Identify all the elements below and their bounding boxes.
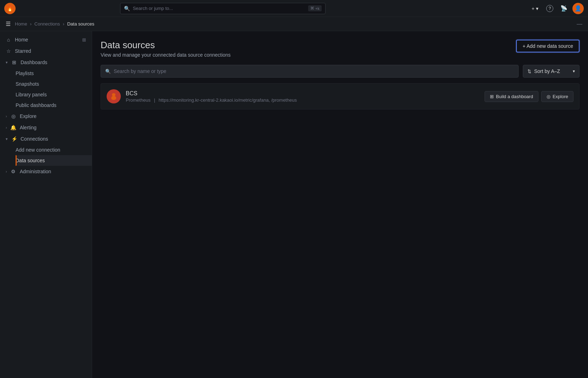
menu-toggle-icon[interactable]: ☰ (6, 21, 11, 27)
dock-icon: ⊞ (82, 37, 86, 43)
sidebar-playlists-label: Playlists (16, 70, 86, 76)
explore-label: Explore (553, 94, 568, 99)
sidebar-home-label: Home (15, 37, 79, 43)
datasource-info: BCS Prometheus | https://monitoring.kr-c… (126, 90, 480, 103)
sidebar-item-public-dashboards[interactable]: Public dashboards (16, 100, 92, 111)
new-button-chevron: ▾ (536, 6, 538, 11)
dashboards-chevron: ▾ (6, 60, 8, 65)
dashboard-icon: ⊞ (490, 94, 494, 99)
alerting-chevron: › (6, 125, 7, 130)
new-button-icon: + (532, 6, 535, 11)
main-content: Data sources View and manage your connec… (92, 31, 588, 378)
sidebar-item-explore[interactable]: › ◎ Explore (0, 111, 92, 122)
dashboards-submenu: Playlists Snapshots Library panels Publi… (0, 68, 92, 111)
sort-icon: ⇅ (527, 69, 531, 74)
topbar-right: + ▾ ? 📡 👤 (529, 3, 584, 14)
search-input[interactable] (114, 68, 514, 74)
dashboards-icon: ⊞ (11, 60, 17, 65)
search-placeholder-text: Search or jump to... (133, 6, 305, 11)
sidebar-item-data-sources[interactable]: Data sources (16, 155, 92, 166)
sidebar-administration-label: Administration (20, 169, 86, 174)
datasource-type: Prometheus (126, 97, 151, 103)
breadcrumb-collapse-icon[interactable]: — (577, 21, 582, 27)
connections-submenu: Add new connection Data sources (0, 145, 92, 166)
sort-dropdown[interactable]: ⇅ Sort by A–Z ▾ (523, 65, 579, 78)
sidebar-alerting-label: Alerting (20, 125, 86, 130)
sidebar-item-dashboards[interactable]: ▾ ⊞ Dashboards (0, 57, 92, 68)
home-icon: ⌂ (6, 37, 11, 43)
sort-chevron: ▾ (573, 69, 575, 74)
star-icon: ☆ (6, 48, 11, 54)
search-box-icon: 🔍 (105, 69, 111, 74)
explore-chevron: › (6, 114, 7, 118)
new-button[interactable]: + ▾ (529, 4, 541, 13)
administration-icon: ⚙ (11, 169, 16, 174)
breadcrumb-current: Data sources (67, 21, 95, 27)
sidebar-dashboards-label: Dashboards (21, 60, 86, 65)
alerting-icon: 🔔 (11, 125, 16, 130)
explore-icon: ◎ (11, 113, 16, 119)
sidebar-item-add-new-connection[interactable]: Add new connection (16, 145, 92, 155)
breadcrumb-home[interactable]: Home (15, 21, 27, 27)
sidebar-item-playlists[interactable]: Playlists (16, 68, 92, 79)
pipe-separator: | (154, 97, 157, 103)
sidebar-item-administration[interactable]: › ⚙ Administration (0, 166, 92, 177)
topbar-search[interactable]: 🔍 Search or jump to... ⌘ +k (120, 3, 326, 14)
explore-btn-icon: ◎ (547, 94, 550, 99)
svg-text:🔥: 🔥 (7, 5, 13, 11)
avatar[interactable]: 👤 (572, 3, 584, 14)
page-subtitle: View and manage your connected data sour… (101, 52, 231, 58)
help-icon: ? (546, 5, 553, 12)
sidebar-item-alerting[interactable]: › 🔔 Alerting (0, 122, 92, 133)
search-icon: 🔍 (124, 6, 130, 11)
page-title-section: Data sources View and manage your connec… (101, 40, 231, 58)
datasource-path: /prometheus (271, 97, 297, 103)
sidebar-connections-label: Connections (21, 136, 86, 142)
main-layout: ⌂ Home ⊞ ☆ Starred ▾ ⊞ Dashboards Playli… (0, 31, 588, 378)
search-shortcut-key: +k (315, 6, 320, 11)
breadcrumb-connections[interactable]: Connections (34, 21, 60, 27)
sidebar-item-connections[interactable]: ▾ ⚡ Connections (0, 133, 92, 145)
breadcrumb-sep-1: › (30, 21, 32, 27)
administration-chevron: › (6, 169, 7, 174)
news-button[interactable]: 📡 (558, 3, 570, 14)
datasource-name: BCS (126, 90, 480, 97)
page-header: Data sources View and manage your connec… (101, 40, 579, 58)
connections-chevron: ▾ (6, 137, 8, 141)
news-icon: 📡 (560, 5, 567, 12)
sidebar-starred-label: Starred (15, 48, 86, 54)
datasource-url: https://monitoring.kr-central-2.kakaoi.i… (159, 97, 270, 103)
sidebar-library-panels-label: Library panels (16, 92, 86, 97)
sidebar-add-connection-label: Add new connection (16, 147, 86, 153)
sidebar-item-starred[interactable]: ☆ Starred (0, 45, 92, 57)
avatar-text: 👤 (575, 5, 582, 12)
search-shortcut-icon: ⌘ (310, 6, 314, 11)
sidebar-snapshots-label: Snapshots (16, 81, 86, 87)
datasource-icon (107, 89, 121, 103)
build-dashboard-label: Build a dashboard (496, 94, 533, 99)
build-dashboard-button[interactable]: ⊞ Build a dashboard (485, 91, 538, 102)
sidebar-explore-label: Explore (20, 113, 86, 119)
sidebar-item-home[interactable]: ⌂ Home ⊞ (0, 34, 92, 45)
datasource-meta: Prometheus | https://monitoring.kr-centr… (126, 97, 480, 103)
breadcrumb-sep-2: › (63, 21, 64, 27)
sort-label: Sort by A–Z (534, 68, 560, 74)
sidebar-data-sources-label: Data sources (16, 158, 86, 163)
sidebar-item-library-panels[interactable]: Library panels (16, 89, 92, 100)
topbar: 🔥 🔍 Search or jump to... ⌘ +k + ▾ ? 📡 👤 (0, 0, 588, 17)
sidebar-public-dashboards-label: Public dashboards (16, 102, 86, 108)
sidebar: ⌂ Home ⊞ ☆ Starred ▾ ⊞ Dashboards Playli… (0, 31, 92, 378)
add-new-datasource-button[interactable]: + Add new data source (516, 40, 579, 52)
grafana-logo[interactable]: 🔥 (4, 3, 16, 14)
sidebar-item-snapshots[interactable]: Snapshots (16, 79, 92, 89)
datasource-card: BCS Prometheus | https://monitoring.kr-c… (101, 83, 579, 109)
datasource-actions: ⊞ Build a dashboard ◎ Explore (485, 91, 573, 102)
explore-button[interactable]: ◎ Explore (541, 91, 573, 102)
breadcrumb-bar: ☰ Home › Connections › Data sources — (0, 17, 588, 31)
help-button[interactable]: ? (544, 3, 555, 14)
search-shortcut: ⌘ +k (308, 5, 322, 11)
page-title: Data sources (101, 40, 231, 51)
search-sort-bar: 🔍 ⇅ Sort by A–Z ▾ (101, 65, 579, 78)
connections-icon: ⚡ (11, 136, 17, 142)
search-box[interactable]: 🔍 (101, 65, 519, 78)
